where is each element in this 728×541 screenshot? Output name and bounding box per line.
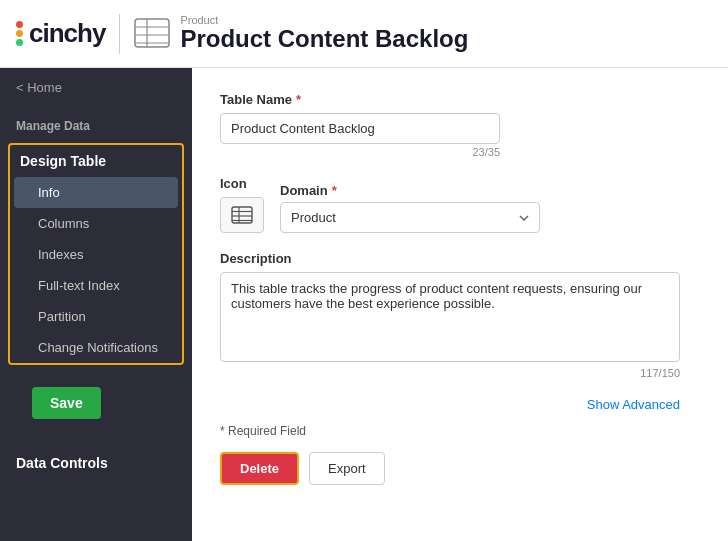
dot-yellow: [16, 30, 23, 37]
required-star-1: *: [296, 92, 301, 107]
domain-field-group: Domain * Product: [280, 183, 540, 233]
header-titles: Product Product Content Backlog: [180, 14, 468, 52]
sidebar-item-indexes[interactable]: Indexes: [10, 239, 182, 270]
logo-text: cinchy: [29, 18, 105, 49]
export-button[interactable]: Export: [309, 452, 385, 485]
action-buttons: Delete Export: [220, 452, 700, 485]
sidebar-manage-data: Manage Data: [0, 107, 192, 139]
description-textarea[interactable]: This table tracks the progress of produc…: [220, 272, 680, 362]
header-title-area: Product Product Content Backlog: [134, 14, 468, 52]
icon-picker[interactable]: [220, 197, 264, 233]
table-icon-small: [231, 206, 253, 224]
sidebar-item-info[interactable]: Info: [14, 177, 178, 208]
description-group: Description This table tracks the progre…: [220, 251, 700, 379]
required-star-2: *: [332, 183, 337, 198]
table-name-char-count: 23/35: [220, 146, 500, 158]
sidebar-item-partition[interactable]: Partition: [10, 301, 182, 332]
table-name-input[interactable]: [220, 113, 500, 144]
required-note: * Required Field: [220, 424, 700, 438]
description-char-count: 117/150: [220, 367, 680, 379]
delete-button[interactable]: Delete: [220, 452, 299, 485]
table-name-group: Table Name * 23/35: [220, 92, 700, 158]
icon-domain-row: Icon Domain * Product: [220, 176, 700, 233]
sidebar-home[interactable]: < Home: [0, 68, 192, 107]
description-label: Description: [220, 251, 700, 266]
header-divider: [119, 14, 120, 54]
table-name-label: Table Name *: [220, 92, 700, 107]
main-layout: < Home Manage Data Design Table Info Col…: [0, 68, 728, 541]
sidebar: < Home Manage Data Design Table Info Col…: [0, 68, 192, 541]
sidebar-item-change-notifications[interactable]: Change Notifications: [10, 332, 182, 363]
sidebar-item-columns[interactable]: Columns: [10, 208, 182, 239]
show-advanced-link[interactable]: Show Advanced: [220, 397, 680, 412]
save-button[interactable]: Save: [32, 387, 101, 419]
dot-green: [16, 39, 23, 46]
sidebar-data-controls-label: Data Controls: [0, 443, 192, 477]
table-icon: [134, 18, 170, 48]
content-area: Table Name * 23/35 Icon: [192, 68, 728, 541]
header-main-title: Product Content Backlog: [180, 26, 468, 52]
logo: cinchy: [16, 18, 105, 49]
icon-field-group: Icon: [220, 176, 264, 233]
sidebar-item-full-text-index[interactable]: Full-text Index: [10, 270, 182, 301]
domain-label: Domain *: [280, 183, 540, 198]
sidebar-design-table-label: Design Table: [10, 145, 182, 177]
logo-dots: [16, 21, 23, 46]
domain-select[interactable]: Product: [280, 202, 540, 233]
dot-red: [16, 21, 23, 28]
icon-label: Icon: [220, 176, 264, 191]
app-header: cinchy Product Product Content Backlog: [0, 0, 728, 68]
